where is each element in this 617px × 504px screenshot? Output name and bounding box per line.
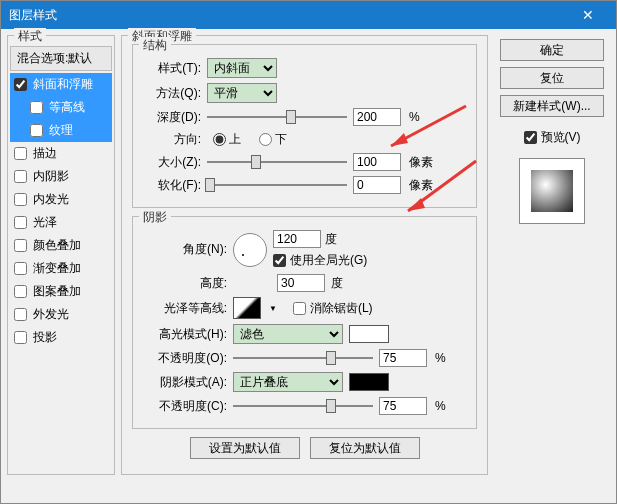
gloss-label: 光泽等高线: xyxy=(141,300,227,317)
soften-input[interactable] xyxy=(353,176,401,194)
highlight-mode-label: 高光模式(H): xyxy=(141,326,227,343)
style-checkbox-4[interactable] xyxy=(14,170,27,183)
style-item-10[interactable]: 外发光 xyxy=(10,303,112,326)
altitude-label: 高度: xyxy=(141,275,227,292)
style-label-5: 内发光 xyxy=(33,191,69,208)
style-label: 样式(T): xyxy=(141,60,201,77)
chevron-down-icon[interactable]: ▼ xyxy=(269,304,277,313)
make-default-button[interactable]: 设置为默认值 xyxy=(190,437,300,459)
depth-label: 深度(D): xyxy=(141,109,201,126)
style-label-6: 光泽 xyxy=(33,214,57,231)
highlight-mode-select[interactable]: 滤色 xyxy=(233,324,343,344)
gloss-contour-swatch[interactable] xyxy=(233,297,261,319)
highlight-color-swatch[interactable] xyxy=(349,325,389,343)
style-checkbox-9[interactable] xyxy=(14,285,27,298)
shadow-color-swatch[interactable] xyxy=(349,373,389,391)
style-checkbox-8[interactable] xyxy=(14,262,27,275)
style-checkbox-10[interactable] xyxy=(14,308,27,321)
technique-select[interactable]: 平滑 xyxy=(207,83,277,103)
size-label: 大小(Z): xyxy=(141,154,201,171)
style-item-3[interactable]: 描边 xyxy=(10,142,112,165)
angle-input[interactable] xyxy=(273,230,321,248)
dialog-title: 图层样式 xyxy=(9,7,57,24)
soften-unit: 像素 xyxy=(409,177,433,194)
shadow-opacity-input[interactable] xyxy=(379,397,427,415)
style-label-9: 图案叠加 xyxy=(33,283,81,300)
size-slider[interactable] xyxy=(207,153,347,171)
angle-label: 角度(N): xyxy=(141,241,227,258)
style-label-2: 纹理 xyxy=(49,122,73,139)
highlight-opacity-input[interactable] xyxy=(379,349,427,367)
soften-slider[interactable] xyxy=(207,176,347,194)
style-checkbox-5[interactable] xyxy=(14,193,27,206)
style-item-1[interactable]: 等高线 xyxy=(10,96,112,119)
style-checkbox-3[interactable] xyxy=(14,147,27,160)
style-label-10: 外发光 xyxy=(33,306,69,323)
shadow-mode-label: 阴影模式(A): xyxy=(141,374,227,391)
depth-slider[interactable] xyxy=(207,108,347,126)
style-item-6[interactable]: 光泽 xyxy=(10,211,112,234)
altitude-unit: 度 xyxy=(331,275,343,292)
shadow-mode-select[interactable]: 正片叠底 xyxy=(233,372,343,392)
style-item-2[interactable]: 纹理 xyxy=(10,119,112,142)
reset-default-button[interactable]: 复位为默认值 xyxy=(310,437,420,459)
depth-input[interactable] xyxy=(353,108,401,126)
size-unit: 像素 xyxy=(409,154,433,171)
angle-dial[interactable] xyxy=(233,233,267,267)
angle-unit: 度 xyxy=(325,231,337,248)
style-item-9[interactable]: 图案叠加 xyxy=(10,280,112,303)
soften-label: 软化(F): xyxy=(141,177,201,194)
style-label-7: 颜色叠加 xyxy=(33,237,81,254)
preview-checkbox[interactable]: 预览(V) xyxy=(524,129,581,146)
style-checkbox-6[interactable] xyxy=(14,216,27,229)
blend-options-header[interactable]: 混合选项:默认 xyxy=(10,46,112,71)
style-item-11[interactable]: 投影 xyxy=(10,326,112,349)
title-bar: 图层样式 ✕ xyxy=(1,1,616,29)
cancel-button[interactable]: 复位 xyxy=(500,67,604,89)
style-label-11: 投影 xyxy=(33,329,57,346)
ok-button[interactable]: 确定 xyxy=(500,39,604,61)
style-checkbox-7[interactable] xyxy=(14,239,27,252)
antialias-checkbox[interactable]: 消除锯齿(L) xyxy=(293,300,373,317)
depth-unit: % xyxy=(409,110,420,124)
shadow-opacity-label: 不透明度(C): xyxy=(141,398,227,415)
structure-legend: 结构 xyxy=(139,37,171,54)
shading-legend: 阴影 xyxy=(139,209,171,226)
size-input[interactable] xyxy=(353,153,401,171)
style-label-0: 斜面和浮雕 xyxy=(33,76,93,93)
altitude-input[interactable] xyxy=(277,274,325,292)
highlight-opacity-label: 不透明度(O): xyxy=(141,350,227,367)
shadow-opacity-unit: % xyxy=(435,399,446,413)
style-label-8: 渐变叠加 xyxy=(33,260,81,277)
highlight-opacity-slider[interactable] xyxy=(233,349,373,367)
styles-legend: 样式 xyxy=(14,28,46,45)
style-checkbox-1[interactable] xyxy=(30,101,43,114)
style-item-7[interactable]: 颜色叠加 xyxy=(10,234,112,257)
style-label-4: 内阴影 xyxy=(33,168,69,185)
technique-label: 方法(Q): xyxy=(141,85,201,102)
direction-label: 方向: xyxy=(141,131,201,148)
style-item-0[interactable]: 斜面和浮雕 xyxy=(10,73,112,96)
style-item-5[interactable]: 内发光 xyxy=(10,188,112,211)
shadow-opacity-slider[interactable] xyxy=(233,397,373,415)
direction-up-radio[interactable]: 上 xyxy=(213,131,241,148)
style-item-4[interactable]: 内阴影 xyxy=(10,165,112,188)
style-checkbox-0[interactable] xyxy=(14,78,27,91)
close-icon[interactable]: ✕ xyxy=(568,1,608,29)
preview-thumbnail xyxy=(519,158,585,224)
style-label-1: 等高线 xyxy=(49,99,85,116)
style-item-8[interactable]: 渐变叠加 xyxy=(10,257,112,280)
style-label-3: 描边 xyxy=(33,145,57,162)
direction-down-radio[interactable]: 下 xyxy=(259,131,287,148)
global-light-checkbox[interactable]: 使用全局光(G) xyxy=(273,252,367,269)
style-select[interactable]: 内斜面 xyxy=(207,58,277,78)
style-checkbox-11[interactable] xyxy=(14,331,27,344)
new-style-button[interactable]: 新建样式(W)... xyxy=(500,95,604,117)
highlight-opacity-unit: % xyxy=(435,351,446,365)
style-checkbox-2[interactable] xyxy=(30,124,43,137)
